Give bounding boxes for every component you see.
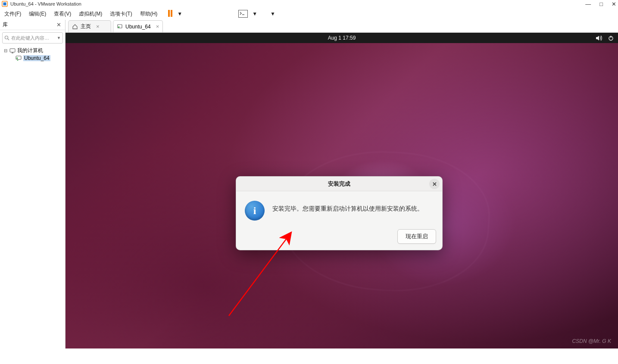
console-dropdown-icon[interactable]: ▼ xyxy=(252,11,257,17)
dialog-body: i 安装完毕。您需要重新启动计算机以使用新安装的系统。 xyxy=(236,191,442,226)
svg-rect-1 xyxy=(3,3,6,6)
tab-vm-label: Ubuntu_64 xyxy=(125,24,151,30)
tab-ubuntu64[interactable]: Ubuntu_64 × xyxy=(113,20,163,32)
svg-point-17 xyxy=(5,36,8,39)
window-title: Ubuntu_64 - VMware Workstation xyxy=(10,1,81,6)
svg-line-18 xyxy=(8,39,9,40)
search-icon xyxy=(4,35,9,40)
svg-marker-23 xyxy=(16,57,18,59)
dialog-message: 安装完毕。您需要重新启动计算机以使用新安装的系统。 xyxy=(272,201,423,213)
dialog-close-button[interactable]: ✕ xyxy=(429,179,440,189)
svg-marker-22 xyxy=(17,60,19,61)
tab-home[interactable]: 主页 × xyxy=(68,20,111,32)
search-dropdown-icon[interactable]: ▼ xyxy=(57,36,61,40)
dialog-titlebar: 安装完成 ✕ xyxy=(236,177,442,191)
library-search-input[interactable]: 在此处键入内容… ▼ xyxy=(2,32,63,44)
menu-file[interactable]: 文件(F) xyxy=(3,9,23,19)
tab-home-label: 主页 xyxy=(81,23,91,30)
close-button[interactable]: ✕ xyxy=(612,1,616,7)
sidebar-close-button[interactable]: ✕ xyxy=(55,22,62,28)
pause-button[interactable] xyxy=(168,10,173,18)
search-placeholder: 在此处键入内容… xyxy=(11,35,49,41)
gnome-top-bar: Aug 1 17:59 xyxy=(66,33,618,43)
menu-help[interactable]: 帮助(H) xyxy=(138,9,159,19)
restart-now-button[interactable]: 现在重启 xyxy=(397,229,436,244)
menu-edit[interactable]: 编辑(E) xyxy=(27,9,48,19)
tab-bar: 主页 × Ubuntu_64 × xyxy=(66,20,618,33)
library-sidebar: 库 ✕ 在此处键入内容… ▼ ⊟ 我的计算机 Ubuntu_64 xyxy=(0,20,66,348)
tree-root-label: 我的计算机 xyxy=(17,47,43,54)
gnome-status-area[interactable] xyxy=(596,35,614,41)
vm-viewport[interactable]: Aug 1 17:59 安装完成 ✕ i 安 xyxy=(66,33,618,348)
content-area: 主页 × Ubuntu_64 × Aug 1 17:59 xyxy=(66,20,618,348)
library-tree: ⊟ 我的计算机 Ubuntu_64 xyxy=(0,46,65,62)
home-icon xyxy=(72,24,78,30)
minimize-button[interactable]: — xyxy=(585,1,591,7)
window-titlebar: Ubuntu_64 - VMware Workstation — □ ✕ xyxy=(0,0,618,8)
tree-root-my-computer[interactable]: ⊟ 我的计算机 xyxy=(2,47,63,55)
tree-vm-label: Ubuntu_64 xyxy=(23,55,50,61)
power-dropdown-icon[interactable]: ▼ xyxy=(177,11,182,17)
tree-collapse-icon[interactable]: ⊟ xyxy=(3,48,8,53)
svg-rect-24 xyxy=(118,25,122,28)
menu-vm[interactable]: 虚拟机(M) xyxy=(77,9,104,19)
monitor-icon xyxy=(9,48,16,53)
sidebar-header: 库 ✕ xyxy=(0,20,65,30)
stretch-dropdown-icon[interactable]: ▼ xyxy=(270,11,275,17)
tab-home-close[interactable]: × xyxy=(96,23,100,30)
install-complete-dialog: 安装完成 ✕ i 安装完毕。您需要重新启动计算机以使用新安装的系统。 现在重启 xyxy=(236,176,443,250)
svg-rect-19 xyxy=(10,49,15,52)
dialog-title: 安装完成 xyxy=(328,180,350,188)
watermark-text: CSDN @Mr. G K xyxy=(572,338,611,344)
tab-vm-close[interactable]: × xyxy=(156,23,159,30)
power-icon xyxy=(608,35,614,41)
tree-vm-ubuntu64[interactable]: Ubuntu_64 xyxy=(2,55,63,62)
vm-running-icon xyxy=(16,56,22,61)
dialog-actions: 现在重启 xyxy=(236,226,442,250)
volume-icon xyxy=(596,35,602,41)
vm-running-icon xyxy=(117,24,123,30)
vmware-app-icon xyxy=(2,1,8,7)
menu-tabs[interactable]: 选项卡(T) xyxy=(108,9,134,19)
gnome-clock[interactable]: Aug 1 17:59 xyxy=(328,35,356,41)
maximize-button[interactable]: □ xyxy=(599,1,603,7)
info-icon: i xyxy=(245,201,265,221)
svg-rect-21 xyxy=(16,56,21,59)
window-controls: — □ ✕ xyxy=(585,1,616,7)
menu-bar: 文件(F) 编辑(E) 查看(V) 虚拟机(M) 选项卡(T) 帮助(H) ▼ … xyxy=(0,8,618,20)
sidebar-title: 库 xyxy=(3,21,8,28)
menu-view[interactable]: 查看(V) xyxy=(52,9,73,19)
console-button[interactable] xyxy=(238,10,248,18)
svg-rect-20 xyxy=(12,53,13,53)
